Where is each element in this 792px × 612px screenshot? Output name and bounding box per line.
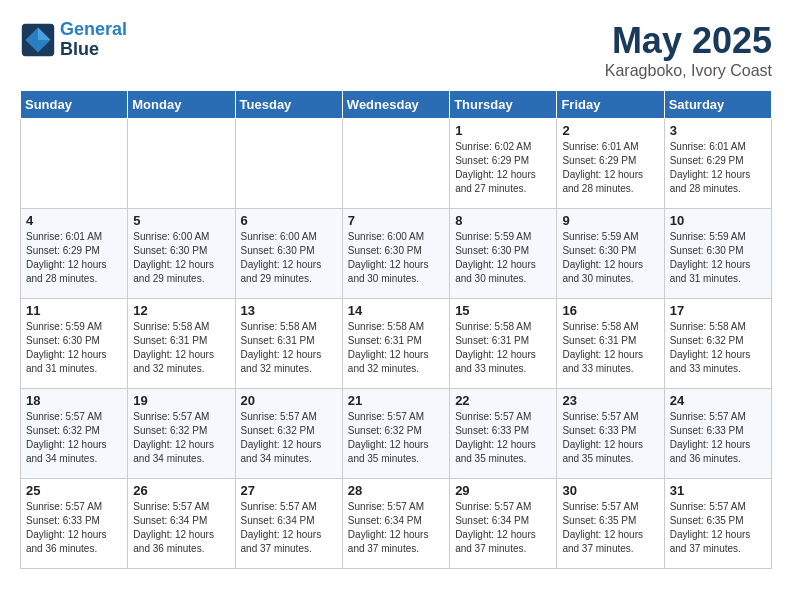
calendar-cell: 4Sunrise: 6:01 AM Sunset: 6:29 PM Daylig… (21, 209, 128, 299)
calendar-week-2: 4Sunrise: 6:01 AM Sunset: 6:29 PM Daylig… (21, 209, 772, 299)
calendar-table: SundayMondayTuesdayWednesdayThursdayFrid… (20, 90, 772, 569)
day-number: 3 (670, 123, 766, 138)
weekday-header-tuesday: Tuesday (235, 91, 342, 119)
logo-text: General Blue (60, 20, 127, 60)
day-number: 28 (348, 483, 444, 498)
day-info: Sunrise: 5:57 AM Sunset: 6:33 PM Dayligh… (455, 410, 551, 466)
calendar-cell: 28Sunrise: 5:57 AM Sunset: 6:34 PM Dayli… (342, 479, 449, 569)
day-info: Sunrise: 5:59 AM Sunset: 6:30 PM Dayligh… (455, 230, 551, 286)
day-number: 13 (241, 303, 337, 318)
weekday-header-monday: Monday (128, 91, 235, 119)
day-number: 22 (455, 393, 551, 408)
calendar-cell: 17Sunrise: 5:58 AM Sunset: 6:32 PM Dayli… (664, 299, 771, 389)
day-info: Sunrise: 6:00 AM Sunset: 6:30 PM Dayligh… (133, 230, 229, 286)
calendar-week-1: 1Sunrise: 6:02 AM Sunset: 6:29 PM Daylig… (21, 119, 772, 209)
calendar-cell: 2Sunrise: 6:01 AM Sunset: 6:29 PM Daylig… (557, 119, 664, 209)
calendar-cell: 15Sunrise: 5:58 AM Sunset: 6:31 PM Dayli… (450, 299, 557, 389)
day-number: 25 (26, 483, 122, 498)
day-number: 21 (348, 393, 444, 408)
day-info: Sunrise: 5:57 AM Sunset: 6:33 PM Dayligh… (562, 410, 658, 466)
calendar-cell: 21Sunrise: 5:57 AM Sunset: 6:32 PM Dayli… (342, 389, 449, 479)
weekday-header-wednesday: Wednesday (342, 91, 449, 119)
day-info: Sunrise: 6:00 AM Sunset: 6:30 PM Dayligh… (348, 230, 444, 286)
calendar-cell: 24Sunrise: 5:57 AM Sunset: 6:33 PM Dayli… (664, 389, 771, 479)
title-block: May 2025 Karagboko, Ivory Coast (605, 20, 772, 80)
calendar-cell: 16Sunrise: 5:58 AM Sunset: 6:31 PM Dayli… (557, 299, 664, 389)
day-number: 12 (133, 303, 229, 318)
day-info: Sunrise: 6:00 AM Sunset: 6:30 PM Dayligh… (241, 230, 337, 286)
day-number: 19 (133, 393, 229, 408)
day-info: Sunrise: 5:57 AM Sunset: 6:33 PM Dayligh… (26, 500, 122, 556)
day-info: Sunrise: 6:01 AM Sunset: 6:29 PM Dayligh… (562, 140, 658, 196)
weekday-header-saturday: Saturday (664, 91, 771, 119)
day-info: Sunrise: 5:57 AM Sunset: 6:34 PM Dayligh… (241, 500, 337, 556)
calendar-cell: 3Sunrise: 6:01 AM Sunset: 6:29 PM Daylig… (664, 119, 771, 209)
day-number: 4 (26, 213, 122, 228)
day-number: 14 (348, 303, 444, 318)
day-number: 18 (26, 393, 122, 408)
logo-icon (20, 22, 56, 58)
day-info: Sunrise: 5:59 AM Sunset: 6:30 PM Dayligh… (26, 320, 122, 376)
calendar-cell (21, 119, 128, 209)
day-info: Sunrise: 5:57 AM Sunset: 6:34 PM Dayligh… (455, 500, 551, 556)
calendar-cell (128, 119, 235, 209)
day-number: 2 (562, 123, 658, 138)
calendar-cell (342, 119, 449, 209)
day-number: 7 (348, 213, 444, 228)
day-number: 31 (670, 483, 766, 498)
calendar-cell: 6Sunrise: 6:00 AM Sunset: 6:30 PM Daylig… (235, 209, 342, 299)
day-info: Sunrise: 5:58 AM Sunset: 6:32 PM Dayligh… (670, 320, 766, 376)
day-number: 23 (562, 393, 658, 408)
calendar-cell: 27Sunrise: 5:57 AM Sunset: 6:34 PM Dayli… (235, 479, 342, 569)
day-number: 20 (241, 393, 337, 408)
day-number: 29 (455, 483, 551, 498)
day-number: 8 (455, 213, 551, 228)
calendar-cell: 12Sunrise: 5:58 AM Sunset: 6:31 PM Dayli… (128, 299, 235, 389)
day-number: 17 (670, 303, 766, 318)
day-number: 15 (455, 303, 551, 318)
calendar-cell: 19Sunrise: 5:57 AM Sunset: 6:32 PM Dayli… (128, 389, 235, 479)
calendar-cell: 10Sunrise: 5:59 AM Sunset: 6:30 PM Dayli… (664, 209, 771, 299)
day-info: Sunrise: 6:02 AM Sunset: 6:29 PM Dayligh… (455, 140, 551, 196)
day-info: Sunrise: 5:57 AM Sunset: 6:34 PM Dayligh… (133, 500, 229, 556)
calendar-cell: 30Sunrise: 5:57 AM Sunset: 6:35 PM Dayli… (557, 479, 664, 569)
day-info: Sunrise: 5:58 AM Sunset: 6:31 PM Dayligh… (348, 320, 444, 376)
calendar-week-5: 25Sunrise: 5:57 AM Sunset: 6:33 PM Dayli… (21, 479, 772, 569)
day-number: 30 (562, 483, 658, 498)
day-info: Sunrise: 5:57 AM Sunset: 6:35 PM Dayligh… (670, 500, 766, 556)
day-info: Sunrise: 5:57 AM Sunset: 6:32 PM Dayligh… (133, 410, 229, 466)
day-info: Sunrise: 5:57 AM Sunset: 6:33 PM Dayligh… (670, 410, 766, 466)
calendar-cell: 26Sunrise: 5:57 AM Sunset: 6:34 PM Dayli… (128, 479, 235, 569)
day-info: Sunrise: 6:01 AM Sunset: 6:29 PM Dayligh… (670, 140, 766, 196)
day-number: 27 (241, 483, 337, 498)
day-number: 16 (562, 303, 658, 318)
day-number: 10 (670, 213, 766, 228)
day-info: Sunrise: 5:57 AM Sunset: 6:32 PM Dayligh… (241, 410, 337, 466)
day-info: Sunrise: 5:58 AM Sunset: 6:31 PM Dayligh… (241, 320, 337, 376)
day-info: Sunrise: 5:57 AM Sunset: 6:32 PM Dayligh… (26, 410, 122, 466)
weekday-header-row: SundayMondayTuesdayWednesdayThursdayFrid… (21, 91, 772, 119)
calendar-week-4: 18Sunrise: 5:57 AM Sunset: 6:32 PM Dayli… (21, 389, 772, 479)
calendar-cell: 20Sunrise: 5:57 AM Sunset: 6:32 PM Dayli… (235, 389, 342, 479)
day-number: 6 (241, 213, 337, 228)
calendar-cell (235, 119, 342, 209)
day-info: Sunrise: 5:59 AM Sunset: 6:30 PM Dayligh… (562, 230, 658, 286)
calendar-cell: 7Sunrise: 6:00 AM Sunset: 6:30 PM Daylig… (342, 209, 449, 299)
day-info: Sunrise: 5:58 AM Sunset: 6:31 PM Dayligh… (455, 320, 551, 376)
subtitle: Karagboko, Ivory Coast (605, 62, 772, 80)
calendar-cell: 13Sunrise: 5:58 AM Sunset: 6:31 PM Dayli… (235, 299, 342, 389)
day-info: Sunrise: 5:57 AM Sunset: 6:35 PM Dayligh… (562, 500, 658, 556)
weekday-header-sunday: Sunday (21, 91, 128, 119)
calendar-cell: 11Sunrise: 5:59 AM Sunset: 6:30 PM Dayli… (21, 299, 128, 389)
logo: General Blue (20, 20, 127, 60)
day-info: Sunrise: 5:57 AM Sunset: 6:34 PM Dayligh… (348, 500, 444, 556)
day-info: Sunrise: 5:58 AM Sunset: 6:31 PM Dayligh… (133, 320, 229, 376)
calendar-cell: 29Sunrise: 5:57 AM Sunset: 6:34 PM Dayli… (450, 479, 557, 569)
day-info: Sunrise: 5:58 AM Sunset: 6:31 PM Dayligh… (562, 320, 658, 376)
weekday-header-thursday: Thursday (450, 91, 557, 119)
day-number: 26 (133, 483, 229, 498)
day-info: Sunrise: 5:59 AM Sunset: 6:30 PM Dayligh… (670, 230, 766, 286)
calendar-cell: 23Sunrise: 5:57 AM Sunset: 6:33 PM Dayli… (557, 389, 664, 479)
day-number: 24 (670, 393, 766, 408)
calendar-cell: 22Sunrise: 5:57 AM Sunset: 6:33 PM Dayli… (450, 389, 557, 479)
